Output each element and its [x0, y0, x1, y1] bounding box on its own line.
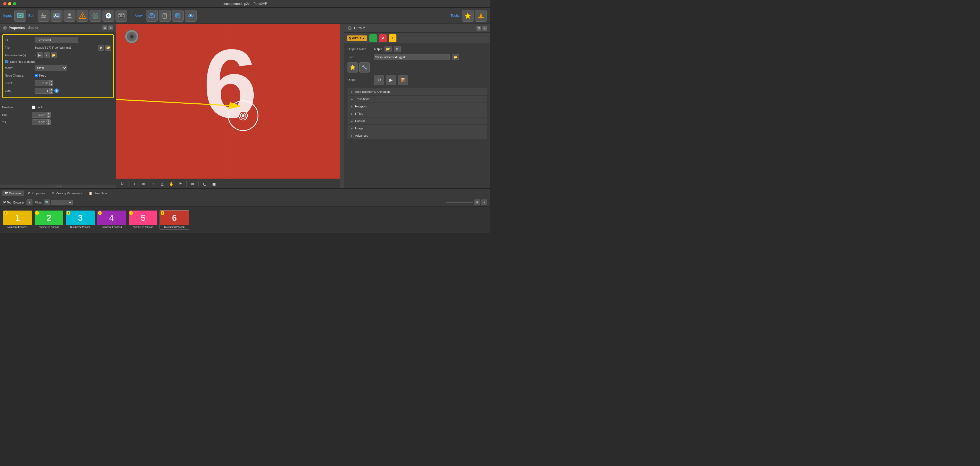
zoom-slider[interactable] [446, 202, 473, 203]
output-package-btn[interactable]: 📦 [398, 75, 408, 85]
tour-thumb-5[interactable]: ! 5 Numbered Panos5 [128, 210, 158, 230]
skin-settings-btn[interactable]: 🔧 [360, 62, 370, 72]
svg-line-51 [116, 99, 240, 106]
filter-icon-btn[interactable]: 🔍 [44, 199, 50, 205]
tab-overview[interactable]: 🗺 Overview [2, 190, 24, 196]
tab-properties[interactable]: ⚙ Properties [25, 190, 48, 196]
accordion-header-auto_rotation[interactable]: ▶ Auto Rotation & Animation [347, 88, 487, 95]
edit-user-btn[interactable] [64, 10, 75, 22]
skin-input[interactable] [374, 54, 450, 60]
vt-hand-btn[interactable]: ✋ [167, 180, 175, 188]
output-settings-action-btn[interactable]: ⚙ [374, 75, 384, 85]
edit-map-btn[interactable] [89, 10, 102, 22]
accordion-arrow-transitions: ▶ [351, 98, 353, 101]
copy-files-label: Copy files to output [10, 60, 35, 63]
output-export-btn[interactable]: ↓ [389, 34, 396, 42]
edit-sliders-btn[interactable] [38, 10, 49, 22]
tour-browser-settings-btn[interactable]: ▼ [27, 199, 32, 205]
viewport-scrollbar[interactable] [340, 24, 344, 188]
position-lock: Lock [32, 105, 114, 109]
tools-hat-btn[interactable] [475, 10, 487, 22]
level-input[interactable] [35, 80, 49, 86]
vt-plus-btn[interactable]: + [130, 180, 138, 188]
tools-wizard-btn[interactable] [462, 10, 474, 22]
alt-files-play-btn[interactable]: ▶ [37, 52, 43, 58]
output-folder-clear-btn[interactable]: 🗑 [394, 46, 401, 52]
alt-files-browse-btn[interactable]: 📂 [51, 52, 57, 58]
tab-user-data[interactable]: 📋 User Data [86, 190, 110, 196]
output-play-btn[interactable]: ▶ [386, 75, 396, 85]
file-play-btn[interactable]: ▶ [98, 45, 104, 51]
vt-arrow-btn[interactable]: ↔ [149, 180, 157, 188]
pan-input[interactable] [32, 112, 47, 118]
lock-checkbox[interactable] [32, 105, 35, 109]
vt-grid-btn[interactable]: ⊞ [140, 180, 147, 188]
alt-files-add-btn[interactable]: ✦ [44, 52, 50, 58]
file-browse-btn[interactable]: 📂 [105, 45, 111, 51]
level-up-btn[interactable]: ▲ [49, 80, 53, 83]
edit-film-btn[interactable] [116, 10, 127, 22]
vt-triangle-btn[interactable]: △ [158, 180, 166, 188]
accordion-header-transitions[interactable]: ▶ Transitions [347, 96, 487, 102]
vt-square-btn[interactable]: ▢ [201, 180, 208, 188]
vt-target-btn[interactable]: ⊕ [189, 180, 196, 188]
pan-up-btn[interactable]: ▲ [47, 112, 51, 115]
level-down-btn[interactable]: ▼ [49, 83, 53, 86]
view-clipboard-btn[interactable] [159, 10, 171, 22]
tour-thumb-2[interactable]: ! 2 Numbered Panos2 [34, 210, 64, 230]
node-change-checkbox[interactable] [35, 74, 38, 77]
mode-select[interactable]: Static Positional Ambient [35, 65, 67, 71]
output-delete-btn[interactable]: ✕ [379, 34, 387, 42]
close-button[interactable] [3, 2, 6, 5]
filter-select[interactable] [51, 200, 73, 205]
tab-viewing-params[interactable]: 👁 Viewing Parameters [49, 190, 85, 196]
edit-hotspot-btn[interactable]: ! [76, 10, 88, 22]
tour-thumb-1[interactable]: ! 1 Numbered Panos1 [3, 210, 32, 230]
minimize-button[interactable] [8, 2, 11, 5]
vt-rotate-btn[interactable]: ↻ [118, 180, 126, 188]
skin-browse-btn[interactable]: 📂 [452, 54, 459, 60]
tour-thumb-3[interactable]: ! 3 Numbered Panos3 [65, 210, 95, 230]
accordion-header-advanced[interactable]: ▶ Advanced [347, 132, 487, 139]
loop-info-icon[interactable]: i [54, 88, 59, 93]
tilt-row: Tilt: ▲ ▼ [2, 119, 114, 125]
output-close-btn[interactable]: × [482, 26, 487, 30]
panel-close-btn[interactable]: × [108, 26, 113, 30]
output-type-selector[interactable]: 5 output ▼ [347, 35, 367, 41]
tour-thumb-4[interactable]: ! 4 Numbered Panos4 [97, 210, 127, 230]
tilt-down-btn[interactable]: ▼ [47, 122, 51, 125]
accordion-header-control[interactable]: ▶ Control [347, 117, 487, 124]
tilt-up-btn[interactable]: ▲ [47, 119, 51, 122]
view-binoculars-btn[interactable] [146, 10, 158, 22]
vt-rect-btn[interactable]: ▣ [210, 180, 218, 188]
svg-rect-20 [123, 16, 124, 17]
pan-down-btn[interactable]: ▼ [47, 115, 51, 118]
id-input[interactable] [35, 37, 78, 43]
accordion-header-image[interactable]: ▶ Image [347, 125, 487, 132]
accordion-header-html[interactable]: ▶ HTML [347, 110, 487, 117]
loop-down-btn[interactable]: ▼ [49, 91, 53, 94]
vt-flag-btn[interactable]: ⚑ [177, 180, 184, 188]
copy-files-checkbox[interactable] [5, 60, 8, 63]
view-small-btn[interactable]: ⊞ [474, 199, 480, 205]
view-globe-btn[interactable] [172, 10, 184, 22]
mode-value: Static Positional Ambient [35, 65, 111, 71]
edit-google-btn[interactable]: G [102, 10, 115, 22]
tour-close-btn[interactable]: × [481, 199, 487, 205]
tilt-input[interactable] [32, 119, 47, 125]
output-settings-btn[interactable]: ⚙ [476, 26, 481, 30]
panel-settings-btn[interactable]: ⚙ [102, 26, 107, 30]
viewport[interactable]: 6 ↻ [116, 24, 344, 188]
input-add-btn[interactable]: + [14, 10, 26, 22]
edit-image-btn[interactable] [51, 10, 62, 22]
accordion-title-html: HTML [355, 112, 363, 115]
maximize-button[interactable] [13, 2, 16, 5]
output-folder-browse-btn[interactable]: 📂 [385, 46, 391, 52]
output-add-btn[interactable]: + [369, 34, 377, 42]
loop-input[interactable] [35, 88, 49, 94]
tour-thumb-6[interactable]: ! 6 Numbered Panos6 [159, 210, 189, 230]
view-eye-btn[interactable] [185, 10, 197, 22]
accordion-header-hotspots[interactable]: ▶ Hotspots [347, 103, 487, 110]
loop-up-btn[interactable]: ▲ [49, 88, 53, 91]
skin-edit-btn[interactable]: ⭐ [347, 62, 358, 72]
